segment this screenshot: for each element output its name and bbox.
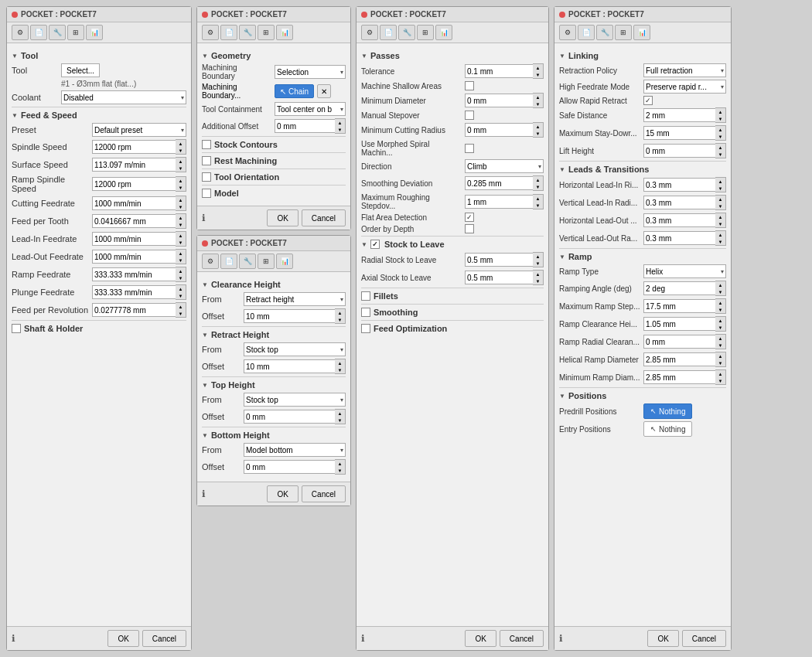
- model-checkbox[interactable]: [202, 189, 211, 198]
- min-diameter-input[interactable]: [465, 94, 533, 107]
- vert-lead-out-down[interactable]: ▼: [715, 238, 725, 245]
- grid-icon-btn[interactable]: ⊞: [67, 25, 84, 40]
- radial-stock-up[interactable]: ▲: [533, 253, 543, 260]
- ramping-angle-input[interactable]: [643, 281, 715, 295]
- p4-settings-btn[interactable]: 🔧: [398, 25, 415, 40]
- ramp-feedrate-input[interactable]: [92, 267, 176, 281]
- lift-height-input[interactable]: [643, 144, 715, 158]
- radial-stock-input[interactable]: [465, 253, 533, 267]
- ramp-clearance-down[interactable]: ▼: [715, 324, 725, 331]
- smoothing-deviation-down[interactable]: ▼: [533, 183, 543, 190]
- machining-boundary-select[interactable]: Selection: [275, 65, 346, 79]
- p2-chart-btn[interactable]: 📊: [276, 25, 293, 40]
- p3-grid-btn[interactable]: ⊞: [258, 254, 275, 269]
- additional-offset-input[interactable]: [275, 119, 335, 133]
- ramp-radial-up[interactable]: ▲: [715, 335, 725, 342]
- min-ramp-up[interactable]: ▲: [715, 370, 725, 377]
- top-offset-input[interactable]: [244, 410, 335, 424]
- safe-distance-input[interactable]: [643, 108, 715, 122]
- helical-ramp-up[interactable]: ▲: [715, 352, 725, 359]
- plunge-feedrate-up[interactable]: ▲: [176, 285, 186, 292]
- rest-machining-checkbox[interactable]: [202, 156, 211, 165]
- horiz-lead-in-up[interactable]: ▲: [715, 178, 725, 185]
- ramp-spindle-up[interactable]: ▲: [176, 177, 186, 184]
- feed-per-tooth-input[interactable]: [92, 214, 176, 228]
- feed-per-tooth-down[interactable]: ▼: [176, 221, 186, 228]
- bottom-offset-up[interactable]: ▲: [335, 460, 345, 467]
- top-offset-down[interactable]: ▼: [335, 417, 345, 424]
- min-cutting-down[interactable]: ▼: [533, 130, 543, 137]
- p2-settings-btn[interactable]: 🔧: [239, 25, 256, 40]
- tool-orientation-checkbox[interactable]: [202, 172, 211, 182]
- p2-doc-btn[interactable]: 📄: [220, 25, 237, 40]
- panel4-cancel-button[interactable]: Cancel: [500, 630, 544, 647]
- horiz-lead-in-input[interactable]: [643, 178, 715, 192]
- doc-icon-btn[interactable]: 📄: [30, 25, 47, 40]
- p3-doc-btn[interactable]: 📄: [220, 254, 237, 269]
- min-ramp-down[interactable]: ▼: [715, 377, 725, 384]
- additional-offset-down[interactable]: ▼: [335, 126, 345, 133]
- feed-per-rev-up[interactable]: ▲: [176, 303, 186, 310]
- p5-grid-btn[interactable]: ⊞: [615, 25, 632, 40]
- top-from-select[interactable]: Stock top: [244, 393, 346, 407]
- predrill-nothing-button[interactable]: ↖ Nothing: [643, 403, 692, 419]
- tolerance-input[interactable]: [465, 64, 533, 78]
- ramping-angle-down[interactable]: ▼: [715, 288, 725, 295]
- panel4-info-icon[interactable]: ℹ: [361, 633, 365, 644]
- lead-out-input[interactable]: [92, 250, 176, 264]
- p5-settings-btn[interactable]: 🔧: [596, 25, 613, 40]
- surface-speed-down[interactable]: ▼: [176, 165, 186, 172]
- max-ramp-step-input[interactable]: [643, 299, 715, 313]
- vert-lead-out-input[interactable]: [643, 231, 715, 245]
- allow-rapid-checkbox[interactable]: [643, 96, 653, 105]
- p3-tool-btn[interactable]: ⚙: [202, 254, 219, 269]
- preset-select[interactable]: Default preset: [92, 123, 186, 137]
- spindle-speed-input[interactable]: 12000 rpm: [92, 140, 176, 154]
- smoothing-checkbox[interactable]: [361, 308, 370, 317]
- p4-grid-btn[interactable]: ⊞: [417, 25, 434, 40]
- min-diameter-down[interactable]: ▼: [533, 100, 543, 107]
- plunge-feedrate-input[interactable]: [92, 285, 176, 299]
- helical-ramp-input[interactable]: [643, 352, 715, 366]
- high-feedrate-select[interactable]: Preserve rapid r...: [643, 80, 726, 94]
- retract-offset-input[interactable]: [244, 359, 335, 373]
- feed-per-rev-down[interactable]: ▼: [176, 310, 186, 317]
- safe-distance-up[interactable]: ▲: [715, 108, 725, 115]
- clearance-offset-down[interactable]: ▼: [335, 316, 345, 323]
- axial-stock-up[interactable]: ▲: [533, 271, 543, 277]
- bottom-offset-down[interactable]: ▼: [335, 467, 345, 474]
- axial-stock-input[interactable]: [465, 271, 533, 284]
- lead-out-down[interactable]: ▼: [176, 257, 186, 264]
- safe-distance-down[interactable]: ▼: [715, 115, 725, 122]
- tool-icon-btn[interactable]: ⚙: [12, 25, 29, 40]
- min-cutting-input[interactable]: [465, 123, 533, 137]
- spindle-speed-up[interactable]: ▲: [176, 140, 186, 147]
- chain-close-button[interactable]: ✕: [317, 84, 331, 98]
- p2-grid-btn[interactable]: ⊞: [258, 25, 275, 40]
- bottom-offset-input[interactable]: [244, 460, 335, 474]
- p4-tool-btn[interactable]: ⚙: [361, 25, 378, 40]
- spindle-speed-down[interactable]: ▼: [176, 147, 186, 154]
- ramp-spindle-down[interactable]: ▼: [176, 184, 186, 191]
- p4-chart-btn[interactable]: 📊: [435, 25, 452, 40]
- helical-ramp-down[interactable]: ▼: [715, 359, 725, 366]
- vert-lead-in-down[interactable]: ▼: [715, 203, 725, 209]
- max-stay-down-up[interactable]: ▲: [715, 126, 725, 133]
- p3-chart-btn[interactable]: 📊: [276, 254, 293, 269]
- ramp-feedrate-down[interactable]: ▼: [176, 274, 186, 281]
- panel2-info-icon[interactable]: ℹ: [202, 213, 206, 223]
- lead-in-up[interactable]: ▲: [176, 232, 186, 239]
- vert-lead-in-up[interactable]: ▲: [715, 196, 725, 203]
- p3-settings-btn[interactable]: 🔧: [239, 254, 256, 269]
- feed-per-rev-input[interactable]: [92, 303, 176, 317]
- ramp-type-select[interactable]: Helix: [643, 264, 726, 278]
- ramp-spindle-input[interactable]: [92, 177, 176, 191]
- tool-select-button[interactable]: Select...: [61, 63, 100, 77]
- panel1-cancel-button[interactable]: Cancel: [142, 630, 186, 647]
- plunge-feedrate-down[interactable]: ▼: [176, 292, 186, 299]
- additional-offset-up[interactable]: ▲: [335, 119, 345, 126]
- cutting-feedrate-down[interactable]: ▼: [176, 203, 186, 210]
- vert-lead-out-up[interactable]: ▲: [715, 231, 725, 238]
- manual-stepover-checkbox[interactable]: [465, 111, 474, 120]
- max-ramp-step-up[interactable]: ▲: [715, 299, 725, 306]
